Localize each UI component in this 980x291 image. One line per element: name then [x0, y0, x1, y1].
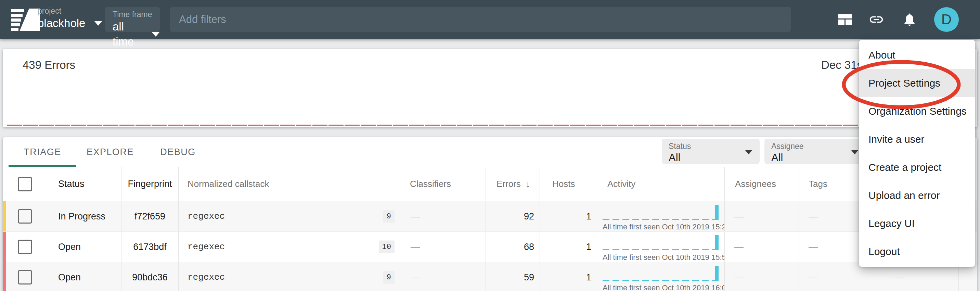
table-row[interactable]: Open 90bdc36 regexec 9 — 59 1 All time f… — [3, 262, 977, 291]
errors-cell: 68 — [485, 232, 539, 262]
col-header-activity[interactable]: Activity — [597, 167, 724, 201]
dashboard-icon[interactable] — [838, 14, 852, 25]
assignees-cell: — — [724, 262, 799, 291]
callstack-cell[interactable]: regexec 10 — [178, 232, 401, 262]
col-header-hosts[interactable]: Hosts — [539, 167, 597, 201]
chevron-down-icon — [745, 150, 752, 154]
col-header-classifiers[interactable]: Classifiers — [401, 167, 485, 201]
table-row[interactable]: In Progress f72f659 regexec 9 — 92 1 All… — [3, 201, 977, 232]
tab-explore[interactable]: EXPLORE — [76, 137, 144, 167]
activity-spike-bar — [715, 266, 719, 281]
activity-cell: All time first seen Oct 10th 2019 16:08 — [597, 262, 724, 291]
activity-cell: All time first seen Oct 10th 2019 15:55 — [597, 232, 724, 262]
timeframe-selector[interactable]: Time frame all time — [105, 7, 160, 32]
assignees-cell: — — [724, 201, 799, 231]
classifiers-cell: — — [401, 201, 485, 231]
fingerprint-cell[interactable]: f72f659 — [121, 201, 178, 231]
sort-desc-icon: ↓ — [526, 179, 530, 190]
menu-item-logout[interactable]: Logout — [859, 238, 975, 266]
activity-sparkline — [603, 280, 716, 281]
avatar-initial: D — [941, 11, 951, 28]
fingerprint-cell[interactable]: 6173bdf — [121, 232, 178, 262]
table-header-row: Status Fingerprint Normalized callstack … — [3, 167, 977, 201]
timeframe-value: all time — [113, 19, 143, 49]
chevron-down-icon — [94, 21, 102, 26]
select-all-checkbox[interactable] — [18, 177, 32, 191]
menu-item-create-a-project[interactable]: Create a project — [859, 153, 975, 181]
errors-cell: 92 — [485, 201, 539, 231]
first-seen-caption: All time first seen Oct 10th 2019 15:55 — [603, 253, 724, 262]
first-seen-caption: All time first seen Oct 10th 2019 16:08 — [603, 283, 724, 291]
add-filters-placeholder: Add filters — [179, 13, 226, 26]
status-color-strip — [3, 201, 6, 231]
status-filter-dropdown[interactable]: Status All — [662, 138, 760, 164]
add-filters-input[interactable]: Add filters — [170, 7, 791, 32]
col-header-assignees[interactable]: Assignees — [724, 167, 799, 201]
status-color-strip — [3, 262, 6, 291]
hosts-cell: 1 — [539, 262, 597, 291]
menu-item-organization-settings[interactable]: Organization Settings — [859, 97, 975, 125]
account-dropdown-menu: About Project Settings Organization Sett… — [859, 40, 975, 267]
status-cell: Open — [47, 232, 121, 262]
frame-count-badge: 9 — [383, 271, 395, 284]
hosts-cell: 1 — [539, 232, 597, 262]
col-header-fingerprint[interactable]: Fingerprint — [121, 167, 178, 201]
link-icon[interactable] — [869, 12, 884, 27]
project-value: blackhole — [38, 16, 85, 31]
activity-spike-bar — [715, 235, 719, 250]
chevron-down-icon — [151, 32, 160, 37]
chevron-down-icon — [851, 150, 858, 154]
user-avatar[interactable]: D — [934, 7, 959, 32]
hosts-cell: 1 — [539, 201, 597, 231]
menu-item-invite-a-user[interactable]: Invite a user — [859, 125, 975, 153]
fingerprint-cell[interactable]: 90bdc36 — [121, 262, 178, 291]
errors-histogram[interactable] — [7, 125, 973, 126]
assignee-filter-label: Assignee — [771, 142, 866, 151]
activity-sparkline — [603, 249, 716, 250]
errors-summary-card: 439 Errors Dec 31st — [3, 49, 977, 127]
assignees-cell: — — [724, 232, 799, 262]
row-checkbox[interactable] — [18, 240, 32, 254]
row-checkbox[interactable] — [18, 209, 32, 224]
tab-debug[interactable]: DEBUG — [144, 137, 212, 167]
col-header-status[interactable]: Status — [47, 167, 121, 201]
status-color-strip — [3, 232, 6, 262]
menu-item-upload-an-error[interactable]: Upload an error — [859, 181, 975, 210]
backtrace-logo-icon — [11, 8, 40, 31]
callstack-cell[interactable]: regexec 9 — [178, 201, 401, 231]
activity-cell: All time first seen Oct 10th 2019 15:22 — [597, 201, 724, 231]
assignee-filter-dropdown[interactable]: Assignee All — [764, 138, 866, 164]
top-bar: project blackhole Time frame all time Ad… — [0, 0, 980, 39]
errors-cell: 59 — [485, 262, 539, 291]
callstack-cell[interactable]: regexec 9 — [178, 262, 401, 291]
menu-item-legacy-ui[interactable]: Legacy UI — [859, 210, 975, 238]
menu-item-about[interactable]: About — [859, 41, 975, 69]
col-header-errors[interactable]: Errors ↓ — [485, 167, 539, 201]
row-checkbox[interactable] — [18, 270, 32, 285]
select-all-cell — [3, 167, 47, 201]
table-row[interactable]: Open 6173bdf regexec 10 — 68 1 All time … — [3, 232, 977, 262]
classifiers-cell: — — [401, 262, 485, 291]
status-cell: In Progress — [47, 201, 121, 231]
notifications-icon[interactable] — [902, 12, 917, 27]
classifiers-cell: — — [401, 232, 485, 262]
activity-spike-bar — [715, 205, 719, 220]
project-label: project — [38, 6, 102, 16]
activity-sparkline — [603, 219, 716, 220]
first-seen-caption: All time first seen Oct 10th 2019 15:22 — [603, 223, 724, 231]
menu-item-project-settings[interactable]: Project Settings — [859, 69, 975, 97]
timeframe-label: Time frame — [113, 10, 160, 19]
status-cell: Open — [47, 262, 121, 291]
frame-count-badge: 10 — [379, 241, 395, 253]
errors-count: 439 Errors — [22, 59, 75, 72]
tab-bar: TRIAGE EXPLORE DEBUG Status All Assignee… — [3, 137, 977, 167]
tab-triage[interactable]: TRIAGE — [8, 137, 76, 167]
project-selector[interactable]: project blackhole — [38, 6, 102, 31]
app-root: project blackhole Time frame all time Ad… — [0, 0, 980, 291]
frame-count-badge: 9 — [383, 210, 395, 223]
triage-card: TRIAGE EXPLORE DEBUG Status All Assignee… — [3, 137, 977, 291]
col-header-callstack[interactable]: Normalized callstack — [178, 167, 401, 201]
status-filter-label: Status — [669, 142, 760, 151]
